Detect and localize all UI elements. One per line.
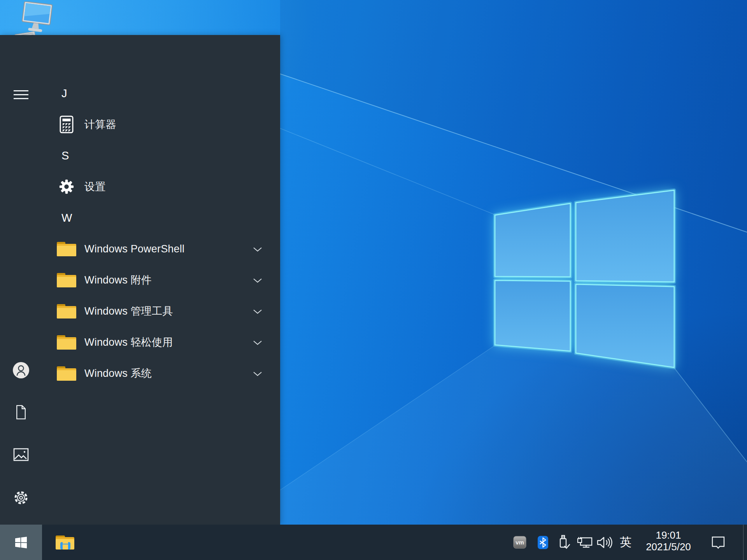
folder-label: Windows 轻松使用	[84, 335, 173, 349]
windows-logo-icon	[15, 536, 27, 549]
app-label: 计算器	[84, 117, 116, 131]
file-explorer-button[interactable]	[53, 525, 77, 560]
folder-icon	[56, 358, 77, 389]
group-letter: S	[61, 149, 69, 162]
folder-icon	[56, 264, 77, 296]
folder-label: Windows 附件	[84, 273, 152, 287]
vm-badge-text: vm	[516, 539, 524, 546]
ime-label: 英	[620, 534, 631, 550]
clock-time: 19:01	[641, 529, 696, 541]
start-menu-item-calculator[interactable]: 计算器	[0, 109, 280, 140]
volume-tray-icon[interactable]	[596, 525, 614, 560]
group-header-J[interactable]: J	[0, 78, 280, 109]
chevron-down-icon[interactable]	[253, 278, 262, 285]
app-label: 设置	[84, 180, 105, 194]
chevron-down-icon[interactable]	[253, 371, 262, 378]
folder-label: Windows PowerShell	[84, 243, 184, 255]
folder-icon	[56, 233, 77, 264]
ime-language-indicator[interactable]: 英	[618, 525, 633, 560]
user-account-button[interactable]	[0, 359, 42, 381]
settings-button[interactable]	[0, 487, 42, 509]
action-center-button[interactable]	[709, 525, 728, 560]
clock-date: 2021/5/20	[641, 541, 696, 553]
windows-logo-wallpaper	[495, 190, 674, 368]
computer-icon	[13, 2, 56, 39]
windows-desktop-screen: J 计算器 S	[0, 0, 747, 560]
pictures-icon	[13, 448, 29, 461]
folder-label: Windows 管理工具	[84, 304, 173, 318]
usb-device-tray-icon[interactable]	[556, 525, 572, 560]
gear-icon	[13, 490, 29, 506]
start-menu-item-settings[interactable]: 设置	[0, 171, 280, 202]
start-menu: J 计算器 S	[0, 35, 280, 525]
folder-label: Windows 系统	[84, 366, 152, 380]
group-letter: W	[61, 212, 72, 224]
calculator-icon	[56, 109, 77, 140]
network-tray-icon[interactable]	[576, 525, 594, 560]
bluetooth-tray-icon[interactable]	[537, 525, 549, 560]
user-avatar	[12, 362, 30, 379]
start-menu-folder-windows-system[interactable]: Windows 系统	[0, 358, 280, 389]
vmware-tools-tray-icon[interactable]: vm	[512, 525, 528, 560]
chevron-down-icon[interactable]	[253, 309, 262, 316]
chevron-down-icon[interactable]	[253, 247, 262, 254]
documents-button[interactable]	[0, 401, 42, 423]
pictures-button[interactable]	[0, 444, 42, 466]
file-explorer-icon	[54, 534, 76, 551]
start-menu-folder-powershell[interactable]: Windows PowerShell	[0, 233, 280, 264]
group-letter: J	[61, 87, 67, 100]
document-icon	[14, 404, 28, 420]
folder-icon	[56, 296, 77, 327]
this-pc-desktop-icon[interactable]	[13, 2, 56, 39]
taskbar-clock[interactable]: 19:01 2021/5/20	[641, 525, 696, 560]
taskbar: vm	[0, 525, 747, 560]
start-menu-folder-ease-of-access[interactable]: Windows 轻松使用	[0, 327, 280, 358]
folder-icon	[56, 327, 77, 358]
chevron-down-icon[interactable]	[253, 340, 262, 347]
group-header-W[interactable]: W	[0, 202, 280, 233]
start-menu-folder-accessories[interactable]: Windows 附件	[0, 264, 280, 296]
start-button[interactable]	[0, 525, 42, 560]
show-desktop-button[interactable]	[743, 525, 747, 560]
gear-icon	[56, 171, 77, 202]
group-header-S[interactable]: S	[0, 140, 280, 171]
action-center-icon	[710, 535, 726, 550]
start-menu-folder-admin-tools[interactable]: Windows 管理工具	[0, 296, 280, 327]
